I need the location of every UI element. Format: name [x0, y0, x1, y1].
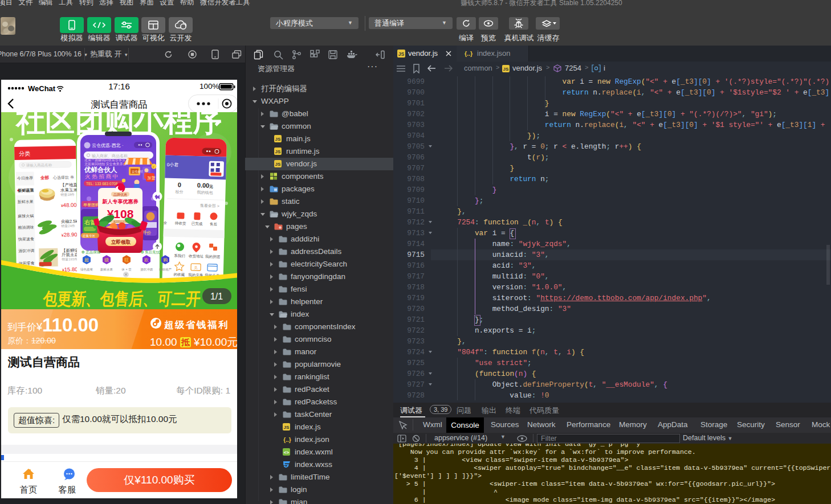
svg-text:绿色蔬菜: 绿色蔬菜 — [80, 268, 93, 272]
svg-text:JS: JS — [284, 425, 290, 430]
svg-text:快菜速食: 快菜速食 — [18, 237, 34, 241]
svg-text:JS: JS — [275, 137, 281, 142]
svg-text:WeChat: WeChat — [28, 84, 56, 93]
svg-text:✿ 正品保障: ✿ 正品保障 — [82, 250, 101, 255]
svg-text:¥48.00: ¥48.00 — [61, 202, 77, 208]
svg-text:送第一届赚钱回收有价事业: 送第一届赚钱回收有价事业 — [84, 158, 125, 162]
svg-text:地铁地产: 地铁地产 — [158, 268, 172, 271]
svg-text:超: 超 — [84, 257, 89, 263]
svg-text:桂分: 桂分 — [174, 190, 183, 194]
svg-text:JS: JS — [503, 67, 509, 72]
svg-text:兑: 兑 — [194, 265, 198, 270]
svg-text:斤装土豆: 斤装土豆 — [62, 252, 79, 258]
svg-text:销量18件: 销量18件 — [60, 192, 75, 196]
svg-text:输入商家、商品名称: 输入商家、商品名称 — [92, 154, 128, 158]
svg-text:JS: JS — [275, 162, 281, 167]
svg-text:购: 购 — [163, 257, 168, 263]
svg-text:酒饮冲调: 酒饮冲调 — [140, 268, 153, 272]
svg-text:¥28.90: ¥28.90 — [62, 231, 78, 237]
svg-text:赶集专区: 赶集专区 — [83, 234, 96, 238]
svg-text:休 × 壹: 休 × 壹 — [121, 268, 132, 271]
svg-text:TEL: 133 683 0708: TEL: 133 683 0708 — [86, 182, 118, 186]
svg-text:火 热 招 商 中: 火 热 招 商 中 — [85, 173, 118, 179]
svg-text:加盟: 加盟 — [148, 176, 156, 181]
svg-text:<>: <> — [284, 450, 290, 455]
svg-text:JS: JS — [275, 149, 281, 154]
svg-text:0: 0 — [178, 181, 181, 188]
svg-text:0小君: 0小君 — [167, 162, 179, 168]
svg-text:新鲜水果: 新鲜水果 — [100, 268, 113, 271]
svg-text:水果玉米: 水果玉米 — [60, 187, 78, 193]
svg-text:立即领取: 立即领取 — [111, 239, 131, 245]
svg-text:1/1: 1/1 — [210, 292, 223, 301]
svg-text:销量24件: 销量24件 — [60, 224, 75, 228]
svg-text:云仓优选-西北 ·: 云仓优选-西北 · — [92, 143, 124, 148]
svg-text:全部: 全部 — [40, 175, 50, 180]
svg-text:新人专享优惠券: 新人专享优惠券 — [102, 199, 139, 204]
svg-text:{..}: {..} — [283, 437, 291, 443]
svg-text:品牌优惠: 品牌优惠 — [113, 192, 127, 197]
svg-text:{..}: {..} — [465, 50, 472, 57]
svg-text:新鲜水果: 新鲜水果 — [18, 199, 34, 203]
svg-text:级: 级 — [104, 257, 109, 263]
svg-text:麻辣火锅: 麻辣火锅 — [18, 214, 34, 218]
svg-text:尖椒2.5k: 尖椒2.5k — [61, 219, 78, 224]
svg-text:欢: 欢 — [144, 257, 149, 263]
svg-text:销量193件: 销量193件 — [61, 257, 78, 261]
svg-text:北富莱回结扣 安全食美养血: 北富莱回结扣 安全食美养血 — [84, 162, 127, 166]
svg-text:狂: 狂 — [124, 257, 129, 263]
svg-text:全: 全 — [164, 221, 168, 225]
svg-text:包更新、包售后、可二开: 包更新、包售后、可二开 — [42, 289, 201, 308]
svg-text:JS: JS — [398, 51, 405, 57]
svg-text:分类: 分类 — [19, 150, 30, 157]
